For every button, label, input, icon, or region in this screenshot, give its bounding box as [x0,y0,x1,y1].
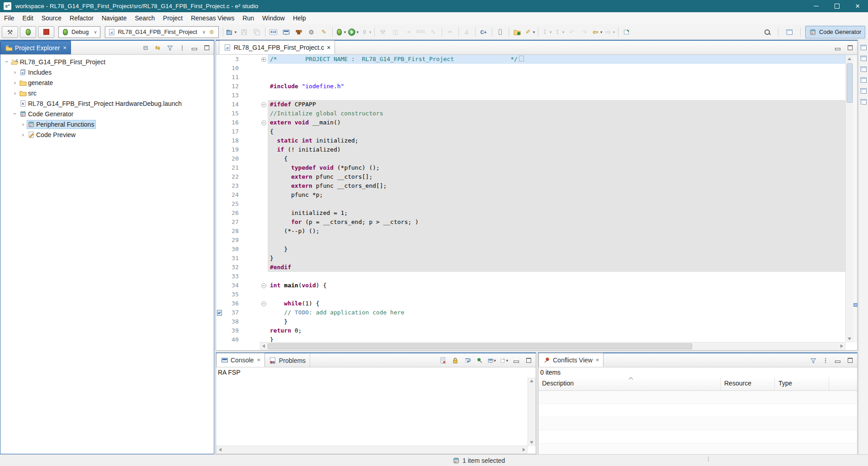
column-header-type[interactable]: Type [775,377,829,390]
tree-item-includes[interactable]: ›hIncludes [0,67,214,77]
build-all-button[interactable] [292,27,305,38]
code-line-37[interactable]: 37 // TODO: add application code here [216,308,857,317]
column-header-resource[interactable]: Resource [721,377,775,390]
menu-source[interactable]: Source [38,12,66,24]
minimize-button[interactable] [834,44,842,52]
expander-icon[interactable]: › [19,121,27,128]
export-button[interactable]: ↥▾ [553,27,566,38]
close-tab-icon[interactable]: × [63,44,67,51]
menu-file[interactable]: File [0,12,19,24]
menu-help[interactable]: Help [289,12,310,24]
profile-menu-button[interactable]: 0▾ [360,27,373,38]
trace-view-button[interactable]: ∿ [427,27,440,38]
minimized-view-5-icon[interactable] [860,87,868,95]
collapse-fold-icon[interactable]: − [261,120,266,125]
maximize-button[interactable] [524,357,533,365]
forward-history-button[interactable]: ⇨▾ [604,27,616,38]
code-line-11[interactable]: 11 [216,73,857,82]
collapse-fold-icon[interactable]: − [261,283,266,288]
close-window-button[interactable]: ✕ [847,0,868,12]
code-line-25[interactable]: 25 [216,200,857,209]
menu-project[interactable]: Project [159,12,187,24]
code-line-36[interactable]: 36− while(1) { [216,299,857,308]
new-c-element-button[interactable]: C+ [477,27,490,38]
task-marker[interactable] [854,303,858,307]
menu-run[interactable]: Run [238,12,258,24]
maximize-button[interactable] [846,44,854,52]
tree-item-code-generator[interactable]: ›cCode Generator [0,109,214,119]
code-line-21[interactable]: 21 typedef void (*pfunc) (); [216,163,857,172]
editor-hscrollbar[interactable] [259,342,846,350]
pin-editor-button[interactable] [620,27,633,38]
code-line-33[interactable]: 33 [216,272,857,281]
generate-code-button[interactable]: ⚙ [305,27,318,38]
launch-config-combo[interactable]: .cRL78_G14_FPB_First_Project∨⚙ [105,26,219,38]
link-with-editor-button[interactable]: ⇆ [154,44,162,52]
step-return-button[interactable]: ⇢ [402,27,415,38]
code-editor[interactable]: 3+/* PROJECT NAME : RL78_G14_FPB_First_P… [216,55,857,342]
column-header-description[interactable]: Description [538,377,721,390]
menu-renesas-views[interactable]: Renesas Views [187,12,238,24]
pin-console-button[interactable] [476,357,484,365]
expander-icon[interactable]: › [11,90,19,96]
build-active-config-button[interactable]: ⚒ [2,26,18,38]
launch-mode-combo[interactable]: Debug∨ [58,26,100,38]
menu-edit[interactable]: Edit [19,12,38,24]
code-line-10[interactable]: 10 [216,64,857,73]
maximize-button[interactable] [203,44,211,52]
minimize-button[interactable] [512,357,520,365]
minimize-window-button[interactable] [806,0,826,12]
scroll-lock-button[interactable] [451,357,459,365]
save-button[interactable] [238,27,250,38]
search-button[interactable] [761,27,774,38]
code-line-23[interactable]: 23 extern pfunc __ctors_end[]; [216,181,857,190]
editor-vscrollbar[interactable] [845,55,854,342]
code-line-16[interactable]: 16−extern void __main() [216,118,857,127]
open-resource-button[interactable] [511,27,524,38]
tree-item-src[interactable]: ›src [0,88,214,98]
tab-console[interactable]: Console× [216,353,265,367]
editor-tab[interactable]: .cRL78_G14_FPB_First_Project.c× [219,40,335,54]
code-line-19[interactable]: 19 if (! initialized) [216,145,857,154]
maximize-button[interactable] [846,357,854,365]
code-line-15[interactable]: 15//Initialize global constructors [216,109,857,118]
expander-icon[interactable]: › [4,58,10,66]
tab-conflicts-view[interactable]: Conflicts View× [538,353,604,367]
import-button[interactable]: ↧▾ [540,27,553,38]
statusbar-overflow-dots[interactable] [708,457,709,461]
expander-icon[interactable]: › [11,69,19,76]
code-cleanup-button[interactable]: ✎ [318,27,330,38]
run-menu-button[interactable]: ▾ [347,27,360,38]
minimized-view-1-icon[interactable] [860,43,868,51]
code-line-18[interactable]: 18 static int initialized; [216,136,857,145]
expander-icon[interactable]: › [12,110,19,118]
close-tab-icon[interactable]: × [327,44,330,51]
code-line-17[interactable]: 17{ [216,127,857,136]
code-line-28[interactable]: 28 (*--p) (); [216,227,857,236]
close-tab-icon[interactable]: × [257,357,260,363]
save-all-button[interactable] [250,27,263,38]
minimize-button[interactable] [190,44,198,52]
flash-programmer-button[interactable]: 010 [267,27,280,38]
expander-icon[interactable]: › [19,131,27,138]
perspective-code-generator[interactable]: cCode Generator [805,26,865,38]
minimize-button[interactable] [834,357,842,365]
code-line-20[interactable]: 20 { [216,154,857,163]
code-line-26[interactable]: 26 initialized = 1; [216,209,857,218]
folded-region-icon[interactable] [519,56,524,62]
undo-button[interactable]: ↶ [566,27,578,38]
code-line-14[interactable]: 14−#ifdef CPPAPP [216,100,857,109]
code-line-34[interactable]: 34−int main(void) { [216,281,857,290]
tree-item-peripheral-functions[interactable]: ›cPeripheral Functions [0,119,214,129]
terminate-button[interactable] [38,26,54,38]
tab-problems[interactable]: Problems [265,354,310,367]
minimized-view-3-icon[interactable] [860,65,868,73]
open-console-button[interactable]: ✦▾ [500,357,508,365]
overview-ruler[interactable] [854,55,857,342]
back-history-button[interactable]: ⇦▾ [591,27,604,38]
code-line-24[interactable]: 24 pfunc *p; [216,190,857,200]
menu-search[interactable]: Search [131,12,159,24]
console-hscrollbar[interactable] [216,446,528,454]
minimized-view-4-icon[interactable] [860,76,868,84]
tree-item-rl78-g14-fpb-first-project-hardwaredebug-launch[interactable]: XRL78_G14_FPB_First_Project HardwareDebu… [0,98,214,109]
